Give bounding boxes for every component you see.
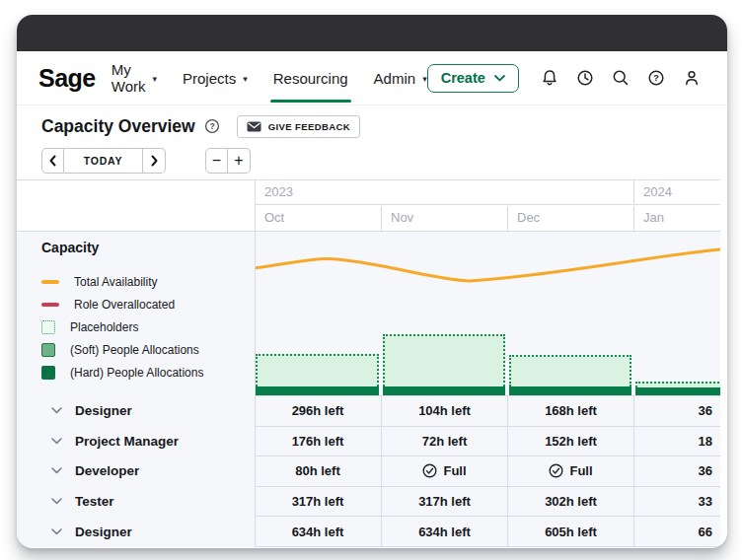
check-circle-icon: [422, 463, 437, 478]
chevron-down-icon: ▾: [243, 74, 248, 84]
date-nav-group: TODAY: [41, 148, 166, 174]
envelope-icon: [247, 121, 261, 132]
nav-item-admin[interactable]: Admin ▾: [374, 51, 427, 105]
timeline-toolbar: TODAY − +: [41, 148, 251, 174]
capacity-cell[interactable]: 36: [633, 396, 720, 427]
soft-allocations-swatch: [41, 343, 55, 357]
capacity-cell-full[interactable]: Full: [507, 456, 633, 487]
hard-allocations-swatch: [41, 366, 55, 380]
legend-item-hard-allocations: (Hard) People Allocations: [41, 361, 249, 384]
capacity-cell-full[interactable]: Full: [381, 456, 507, 487]
capacity-cell[interactable]: 634h left: [255, 517, 381, 547]
capacity-cell[interactable]: 317h left: [255, 487, 381, 518]
month-header-row: Oct Nov Dec Jan: [17, 206, 720, 232]
chevron-down-icon: [51, 438, 62, 445]
capacity-cell[interactable]: 66: [633, 517, 720, 547]
nav-item-projects[interactable]: Projects ▾: [183, 51, 248, 105]
table-row: 317h left 317h left 302h left 33: [255, 487, 720, 518]
legend-item-soft-allocations: (Soft) People Allocations: [41, 338, 249, 361]
role-row-tester[interactable]: Tester: [17, 486, 255, 517]
today-button[interactable]: TODAY: [64, 148, 143, 174]
chevron-down-icon: ▾: [422, 74, 427, 84]
month-label-oct: Oct: [264, 210, 284, 225]
zoom-in-button[interactable]: +: [228, 148, 251, 174]
role-list: Designer Project Manager Developer Teste…: [17, 395, 255, 547]
role-row-designer-2[interactable]: Designer: [17, 517, 255, 547]
legend-title: Capacity: [41, 240, 249, 255]
capacity-cell[interactable]: 317h left: [381, 487, 507, 518]
year-label-2023: 2023: [264, 184, 293, 199]
prev-period-button[interactable]: [41, 148, 64, 174]
role-row-designer-1[interactable]: Designer: [17, 395, 255, 426]
create-button[interactable]: Create: [427, 64, 519, 93]
capacity-cell[interactable]: 605h left: [507, 517, 633, 547]
check-circle-icon: [549, 463, 563, 478]
sage-logo: Sage: [38, 64, 96, 93]
legend-item-role-overallocated: Role Overallocated: [41, 293, 249, 315]
role-row-project-manager[interactable]: Project Manager: [17, 426, 255, 456]
help-icon[interactable]: ?: [641, 63, 671, 93]
capacity-cell[interactable]: 36: [633, 456, 720, 487]
table-row: 80h left Full Full 36: [255, 456, 720, 487]
capacity-cell[interactable]: 104h left: [381, 396, 507, 427]
chevron-right-icon: [150, 155, 159, 167]
zoom-out-button[interactable]: −: [205, 148, 228, 174]
window-top-bar: [17, 15, 727, 51]
capacity-cell[interactable]: 33: [633, 487, 720, 518]
page-header: Capacity Overview ? GIVE FEEDBACK: [17, 105, 727, 148]
placeholders-swatch: [41, 320, 55, 334]
year-label-2024: 2024: [643, 184, 672, 199]
capacity-cell[interactable]: 296h left: [255, 396, 381, 427]
notifications-bell-icon[interactable]: [535, 63, 564, 93]
table-row: 296h left 104h left 168h left 36: [255, 396, 720, 427]
chevron-down-icon: ▾: [152, 74, 157, 84]
chevron-down-icon: [494, 75, 505, 82]
capacity-cells: 296h left 104h left 168h left 36 176h le…: [255, 395, 720, 547]
capacity-cell[interactable]: 302h left: [507, 487, 633, 518]
page-title: Capacity Overview: [41, 116, 195, 137]
nav-item-resourcing[interactable]: Resourcing: [273, 51, 348, 105]
help-circle-icon[interactable]: ?: [204, 118, 220, 134]
nav-item-my-work[interactable]: My Work ▾: [111, 51, 157, 105]
month-label-nov: Nov: [391, 210, 413, 225]
month-label-jan: Jan: [643, 210, 664, 225]
chevron-down-icon: [51, 528, 62, 535]
capacity-chart: [255, 232, 720, 395]
table-row: 176h left 72h left 152h left 18: [255, 427, 720, 457]
year-header-row: 2023 2024: [17, 180, 720, 205]
chevron-down-icon: [51, 407, 62, 414]
legend-item-total-availability: Total Availability: [41, 270, 249, 293]
total-availability-line: [255, 232, 720, 395]
overallocated-line-swatch: [41, 303, 59, 307]
nav-right-cluster: Create: [427, 63, 706, 93]
search-icon[interactable]: [606, 63, 635, 93]
capacity-grid: 2023 2024 Oct Nov Dec Jan: [17, 179, 720, 547]
chevron-down-icon: [51, 498, 62, 505]
next-period-button[interactable]: [143, 148, 166, 174]
give-feedback-button[interactable]: GIVE FEEDBACK: [237, 115, 360, 138]
chart-legend: Capacity Total Availability Role Overall…: [41, 240, 249, 384]
legend-item-placeholders: Placeholders: [41, 315, 249, 338]
capacity-cell[interactable]: 152h left: [507, 427, 633, 457]
month-label-dec: Dec: [517, 210, 540, 225]
svg-text:?: ?: [653, 72, 659, 83]
capacity-cell[interactable]: 634h left: [381, 517, 507, 547]
main-nav: Sage My Work ▾ Projects ▾ Resourcing Adm…: [17, 51, 727, 105]
role-row-developer[interactable]: Developer: [17, 456, 255, 487]
capacity-cell[interactable]: 72h left: [381, 427, 507, 457]
table-row: 634h left 634h left 605h left 66: [255, 517, 720, 547]
nav-list: My Work ▾ Projects ▾ Resourcing Admin ▾: [111, 51, 427, 105]
zoom-group: − +: [205, 148, 251, 174]
chevron-left-icon: [48, 155, 57, 167]
svg-text:?: ?: [209, 121, 214, 131]
app-window: Sage My Work ▾ Projects ▾ Resourcing Adm…: [17, 15, 727, 548]
profile-icon[interactable]: [677, 63, 706, 93]
capacity-cell[interactable]: 168h left: [507, 396, 633, 427]
capacity-cell[interactable]: 80h left: [255, 456, 381, 487]
history-clock-icon[interactable]: [570, 63, 600, 93]
chevron-down-icon: [51, 467, 62, 474]
capacity-cell[interactable]: 176h left: [255, 427, 381, 457]
capacity-cell[interactable]: 18: [633, 427, 720, 457]
availability-line-swatch: [41, 280, 59, 284]
